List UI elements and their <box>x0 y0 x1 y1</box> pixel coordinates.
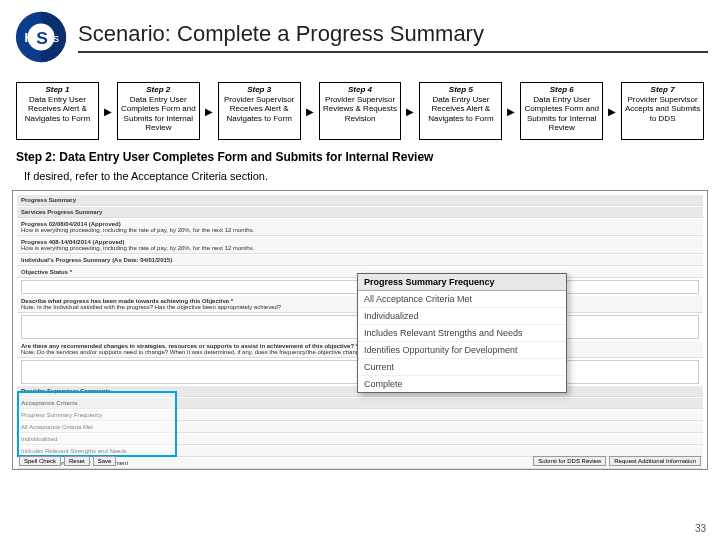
submit-dds-button[interactable]: Submit for DDS Review <box>533 456 606 466</box>
popup-item[interactable]: Includes Relevant Strengths and Needs <box>358 325 566 342</box>
step-5: Step 5Data Entry User Receives Alert & N… <box>419 82 502 140</box>
step-4: Step 4Provider Supervisor Reviews & Requ… <box>319 82 402 140</box>
section-header: Services Progress Summary <box>17 207 703 218</box>
popup-header: Progress Summary Frequency <box>358 274 566 291</box>
workflow-steps: Step 1Data Entry User Receives Alert & N… <box>0 70 720 150</box>
slide-header: HC S is Scenario: Complete a Progress Su… <box>0 0 720 70</box>
form-title: Progress Summary <box>17 195 703 206</box>
spellcheck-button[interactable]: Spell Check <box>19 456 61 466</box>
form-screenshot: Progress Summary Services Progress Summa… <box>12 190 708 470</box>
hcsis-logo: HC S is <box>12 8 70 66</box>
step-6: Step 6Data Entry User Completes Form and… <box>520 82 603 140</box>
reset-button[interactable]: Reset <box>64 456 90 466</box>
popup-item[interactable]: Current <box>358 359 566 376</box>
step-subtitle: Step 2: Data Entry User Completes Form a… <box>0 150 720 170</box>
form-buttons-left: Spell Check Reset Save <box>19 456 116 466</box>
arrow-icon: ▶ <box>204 82 214 140</box>
step-7: Step 7Provider Supervisor Accepts and Su… <box>621 82 704 140</box>
step-3: Step 3Provider Supervisor Receives Alert… <box>218 82 301 140</box>
criteria-popup: Progress Summary Frequency All Acceptanc… <box>357 273 567 393</box>
instruction-note: If desired, refer to the Acceptance Crit… <box>0 170 720 190</box>
svg-text:S: S <box>36 28 48 48</box>
popup-item[interactable]: Individualized <box>358 308 566 325</box>
arrow-icon: ▶ <box>506 82 516 140</box>
arrow-icon: ▶ <box>305 82 315 140</box>
popup-item[interactable]: All Acceptance Criteria Met <box>358 291 566 308</box>
popup-item[interactable]: Identifies Opportunity for Development <box>358 342 566 359</box>
form-line: Progress 02/08/04/2014 (Approved)How is … <box>17 219 703 236</box>
arrow-icon: ▶ <box>607 82 617 140</box>
highlight-box-acceptance <box>17 391 177 457</box>
form-buttons-right: Submit for DDS Review Request Additional… <box>533 456 701 466</box>
form-line: Individual's Progress Summary (As Date: … <box>17 255 703 266</box>
request-info-button[interactable]: Request Additional Information <box>609 456 701 466</box>
save-button[interactable]: Save <box>93 456 117 466</box>
step-2: Step 2Data Entry User Completes Form and… <box>117 82 200 140</box>
step-1: Step 1Data Entry User Receives Alert & N… <box>16 82 99 140</box>
page-number: 33 <box>695 523 706 534</box>
popup-item[interactable]: Complete <box>358 376 566 392</box>
svg-text:is: is <box>51 31 60 44</box>
form-line: Progress 408-14/04/2014 (Approved)How is… <box>17 237 703 254</box>
page-title: Scenario: Complete a Progress Summary <box>78 21 708 53</box>
arrow-icon: ▶ <box>405 82 415 140</box>
arrow-icon: ▶ <box>103 82 113 140</box>
